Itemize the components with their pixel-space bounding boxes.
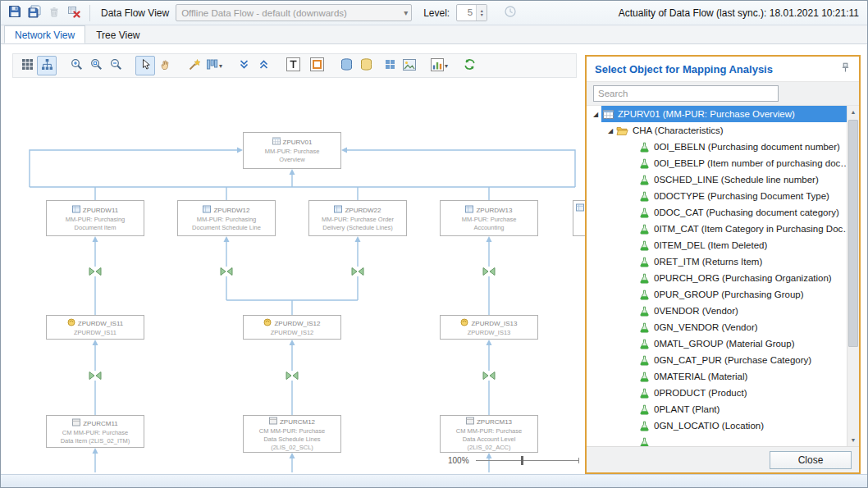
- tree-item-characteristic[interactable]: 0VENDOR (Vendor): [587, 303, 847, 319]
- grid-view-button[interactable]: [380, 56, 400, 75]
- diagram-node-zpurcm12[interactable]: ZPURCM12CM MM-PUR: PurchaseData Schedule…: [243, 415, 341, 453]
- diagram-node-zpurdw_is11[interactable]: ZPURDW_IS11ZPURDW_IS11: [46, 315, 144, 340]
- tab-tree-view[interactable]: Tree View: [85, 25, 150, 43]
- actuality-text: Actuality of Data Flow (last sync.): 18.…: [619, 7, 867, 19]
- infosource-icon: [67, 318, 75, 329]
- pin-button[interactable]: [838, 62, 852, 76]
- datasource-icon: [269, 417, 277, 427]
- clock-icon: [504, 5, 517, 21]
- zoom-in-icon: [71, 58, 83, 73]
- data-flow-dropdown[interactable]: Offline Data Flow - default (downwards) …: [176, 4, 412, 21]
- tree-scrollbar[interactable]: ▲ ▼: [847, 106, 859, 446]
- save-icon: [8, 5, 21, 21]
- tree-item-characteristic[interactable]: 0ITM_CAT (Item Category in Purchasing Do…: [587, 221, 847, 237]
- datasource-icon: [72, 418, 80, 429]
- zoom-100-button[interactable]: [86, 56, 106, 75]
- panel-footer: Close: [587, 446, 859, 472]
- tree-item-characteristic[interactable]: 0PURCH_ORG (Purchasing Organization): [587, 270, 847, 286]
- diagram-node-zpurdw12[interactable]: ZPURDW12MM-PUR: PurchasingDocument Sched…: [177, 200, 276, 236]
- chevron-down-icon: ▾: [445, 62, 448, 70]
- tree-item-characteristic[interactable]: [587, 434, 847, 446]
- expand-all-button[interactable]: [254, 56, 273, 75]
- tree-item-characteristic[interactable]: 0GN_CAT_PUR (Purchase Category): [587, 352, 847, 368]
- adso-icon: [576, 203, 584, 214]
- schedule-sync-button[interactable]: [500, 3, 520, 23]
- scrollbar-track[interactable]: [847, 118, 859, 434]
- database-blue-icon: [340, 58, 353, 74]
- save-button[interactable]: [5, 3, 25, 23]
- diagram-node-zpurcm11[interactable]: ZPURCM11CM MM-PUR: PurchaseData Item (2L…: [46, 415, 144, 448]
- tree-item-characteristic[interactable]: 0PLANT (Plant): [587, 401, 847, 417]
- tree-item-characteristic[interactable]: 0OI_EBELP (Item number of purchasing doc…: [587, 155, 847, 171]
- zoom-in-button[interactable]: [66, 56, 86, 75]
- expander-icon[interactable]: ◢: [605, 127, 616, 135]
- level-value: 5: [457, 5, 476, 21]
- delete-button[interactable]: [44, 3, 64, 23]
- folder-icon: [616, 125, 628, 136]
- show-targets-button[interactable]: [356, 56, 376, 75]
- tree-item-characteristic[interactable]: 0DOCTYPE (Purchasing Document Type): [587, 188, 847, 204]
- save-all-button[interactable]: [25, 3, 44, 23]
- panel-search-area: [587, 81, 859, 106]
- refresh-button[interactable]: [459, 56, 479, 75]
- tree-item-characteristic[interactable]: 0RET_ITM (Returns Item): [587, 253, 847, 270]
- diagram-node-zpurdw22[interactable]: ZPURDW22MM-PUR: Purchase OrderDelivery (…: [308, 200, 407, 236]
- tree-item-characteristic[interactable]: 0PUR_GROUP (Purchasing Group): [587, 286, 847, 303]
- tree-item-characteristic[interactable]: 0OI_EBELN (Purchasing document number): [587, 139, 847, 155]
- layout-options-button[interactable]: ▾: [204, 56, 224, 75]
- scroll-down-arrow[interactable]: ▼: [847, 434, 859, 446]
- double-chevron-down-icon: [239, 59, 249, 72]
- diagram-toolbar: ▾ ▾: [12, 53, 577, 78]
- zoom-slider-handle[interactable]: [521, 456, 523, 465]
- add-text-button[interactable]: [283, 56, 303, 75]
- characteristic-icon: [639, 339, 650, 349]
- tree-item-characteristic[interactable]: 0MATL_GROUP (Material Group): [587, 335, 847, 352]
- zoom-slider[interactable]: [476, 455, 579, 466]
- tree-item-characteristic[interactable]: 0PRODUCT (Product): [587, 385, 847, 401]
- hierarchic-layout-button[interactable]: [37, 56, 57, 75]
- collapse-all-button[interactable]: [234, 56, 254, 75]
- tree-item-characteristic[interactable]: 0GN_VENDOR (Vendor): [587, 319, 847, 335]
- tab-network-view[interactable]: Network View: [4, 25, 85, 43]
- snap-grid-button[interactable]: [17, 56, 37, 75]
- tree-item-cha-folder[interactable]: ◢ CHA (Characteristics): [587, 122, 847, 139]
- tree-item-characteristic[interactable]: 0ITEM_DEL (Item Deleted): [587, 237, 847, 253]
- spinner-down-icon[interactable]: ▾: [481, 13, 483, 17]
- diagram-node-zpurcm13[interactable]: ZPURCM13CM MM-PUR: PurchaseData Account …: [440, 415, 538, 453]
- data-flow-dropdown-value: Offline Data Flow - default (downwards): [181, 8, 400, 18]
- close-button[interactable]: Close: [770, 451, 852, 469]
- diagram-node-zpurdw13[interactable]: ZPURDW13MM-PUR: PurchaseAccounting: [440, 200, 538, 236]
- zoom-control[interactable]: 100%: [448, 455, 579, 466]
- scrollbar-thumb[interactable]: [848, 120, 858, 347]
- scroll-up-arrow[interactable]: ▲: [847, 106, 859, 118]
- tree-item-root[interactable]: ◢ ZPURV01 (MM-PUR: Purchase Overview): [587, 106, 847, 122]
- diagram-node-zpurdw_is12[interactable]: ZPURDW_IS12ZPURDW_IS12: [243, 315, 341, 340]
- characteristic-icon: [639, 257, 650, 267]
- zoom-slider-end-tick: [578, 458, 579, 463]
- tree-item-characteristic[interactable]: 0SCHED_LINE (Schedule line number): [587, 171, 847, 188]
- characteristic-icon: [639, 388, 650, 399]
- add-frame-button[interactable]: [307, 56, 327, 75]
- tree-item-characteristic[interactable]: 0MATERIAL (Material): [587, 368, 847, 385]
- delete-data-flow-button[interactable]: [64, 3, 84, 23]
- save-all-icon: [28, 5, 41, 21]
- auto-layout-button[interactable]: [185, 56, 204, 75]
- diagram-node-zpurdw11[interactable]: ZPURDW11MM-PUR: PurchasingDocument Item: [46, 200, 144, 236]
- zoom-out-button[interactable]: [106, 56, 126, 75]
- app-window: Data Flow View Offline Data Flow - defau…: [0, 0, 868, 488]
- show-sources-button[interactable]: [336, 56, 356, 75]
- spinner-arrows[interactable]: ▴▾: [476, 5, 487, 21]
- level-spinner[interactable]: 5 ▴▾: [456, 4, 487, 21]
- select-tool-button[interactable]: [135, 56, 155, 75]
- diagram-node-zpurdw_is13[interactable]: ZPURDW_IS13ZPURDW_IS13: [440, 315, 538, 340]
- pan-tool-button[interactable]: [155, 56, 175, 75]
- analysis-view-button[interactable]: ▾: [429, 56, 450, 75]
- export-image-button[interactable]: [400, 56, 419, 75]
- tree-item-characteristic[interactable]: 0DOC_CAT (Puchasing document category): [587, 204, 847, 221]
- small-grid-icon: [385, 59, 395, 72]
- expander-icon[interactable]: ◢: [590, 111, 601, 118]
- characteristic-icon: [639, 273, 650, 284]
- tree-item-characteristic[interactable]: 0GN_LOCATIO (Location): [587, 417, 847, 434]
- diagram-node-zpurv01[interactable]: ZPURV01MM-PUR: PurchaseOverview: [243, 132, 341, 169]
- search-input[interactable]: [593, 85, 779, 102]
